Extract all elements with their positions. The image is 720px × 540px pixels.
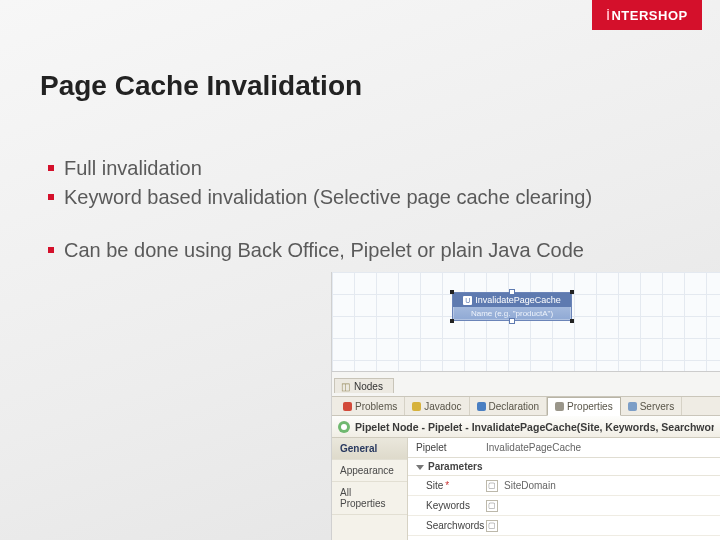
tab-servers[interactable]: Servers xyxy=(621,397,682,415)
bullet-spacer xyxy=(48,213,608,235)
selection-handle[interactable] xyxy=(450,290,454,294)
javadoc-icon xyxy=(412,402,421,411)
selection-handle[interactable] xyxy=(570,290,574,294)
pipelet-node-title: U InvalidatePageCache xyxy=(453,293,571,307)
param-row-keywords[interactable]: Keywords ▢ xyxy=(408,496,720,516)
view-tabs: Problems Javadoc Declaration Properties … xyxy=(332,396,720,416)
param-label: Site* xyxy=(408,480,486,491)
node-handle-top[interactable] xyxy=(509,289,515,295)
properties-content: Pipelet InvalidatePageCache Parameters S… xyxy=(408,438,720,540)
bullet-marker xyxy=(48,194,54,200)
param-row-searchwords[interactable]: Searchwords ▢ xyxy=(408,516,720,536)
expand-icon xyxy=(416,465,424,470)
pipeline-canvas[interactable]: U InvalidatePageCache Name (e.g. "produc… xyxy=(332,272,720,372)
declaration-icon xyxy=(477,402,486,411)
nodes-icon: ◫ xyxy=(341,381,350,392)
param-row-site[interactable]: Site* ▢ SiteDomain xyxy=(408,476,720,496)
prop-nav-all[interactable]: All Properties xyxy=(332,482,407,515)
prop-nav-appearance[interactable]: Appearance xyxy=(332,460,407,482)
bullet-marker xyxy=(48,165,54,171)
parameters-section-header[interactable]: Parameters xyxy=(408,458,720,476)
param-value: SiteDomain xyxy=(504,480,720,491)
tab-javadoc[interactable]: Javadoc xyxy=(405,397,469,415)
bullet-list: Full invalidation Keyword based invalida… xyxy=(48,155,608,266)
brand-dot: İ xyxy=(606,8,610,23)
problems-icon xyxy=(343,402,352,411)
brand-text: NTERSHOP xyxy=(611,8,687,23)
tab-properties[interactable]: Properties xyxy=(547,397,621,416)
selection-handle[interactable] xyxy=(570,319,574,323)
param-label: Keywords xyxy=(408,500,486,511)
bullet-marker xyxy=(48,247,54,253)
pipelet-node[interactable]: U InvalidatePageCache Name (e.g. "produc… xyxy=(452,292,572,321)
ide-panel: U InvalidatePageCache Name (e.g. "produc… xyxy=(332,272,720,540)
required-star: * xyxy=(445,480,449,491)
selection-handle[interactable] xyxy=(450,319,454,323)
param-label: Searchwords xyxy=(408,520,486,531)
param-edit-icon[interactable]: ▢ xyxy=(486,480,498,492)
node-handle-bottom[interactable] xyxy=(509,318,515,324)
properties-header: Pipelet Node - Pipelet - InvalidatePageC… xyxy=(332,416,720,438)
tab-problems[interactable]: Problems xyxy=(336,397,405,415)
param-edit-icon[interactable]: ▢ xyxy=(486,520,498,532)
tab-declaration[interactable]: Declaration xyxy=(470,397,548,415)
brand-logo: İNTERSHOP xyxy=(592,0,702,30)
bullet-item: Full invalidation xyxy=(48,155,608,182)
param-edit-icon[interactable]: ▢ xyxy=(486,500,498,512)
pipelet-header-icon xyxy=(338,421,350,433)
pipelet-row: Pipelet InvalidatePageCache xyxy=(408,438,720,458)
bullet-item: Keyword based invalidation (Selective pa… xyxy=(48,184,608,211)
properties-nav: General Appearance All Properties xyxy=(332,438,408,540)
pipelet-icon: U xyxy=(463,296,472,305)
properties-body: General Appearance All Properties Pipele… xyxy=(332,438,720,540)
properties-icon xyxy=(555,402,564,411)
page-title: Page Cache Invalidation xyxy=(40,70,362,102)
prop-nav-general[interactable]: General xyxy=(332,438,407,460)
pipelet-row-value: InvalidatePageCache xyxy=(486,442,720,453)
palette-tab-nodes[interactable]: ◫ Nodes xyxy=(334,378,394,393)
properties-header-text: Pipelet Node - Pipelet - InvalidatePageC… xyxy=(355,421,714,433)
bullet-item: Can be done using Back Office, Pipelet o… xyxy=(48,237,608,264)
servers-icon xyxy=(628,402,637,411)
pipelet-row-label: Pipelet xyxy=(408,442,486,453)
